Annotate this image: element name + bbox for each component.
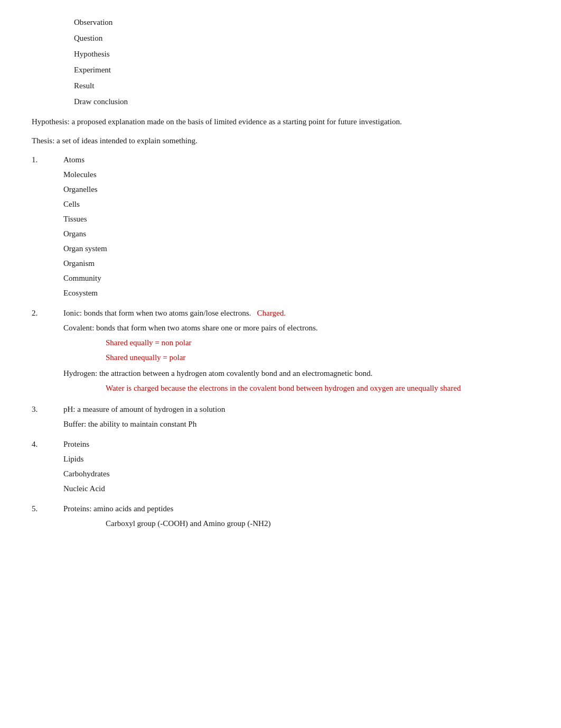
item2-water-charged: Water is charged because the electrons i… (106, 384, 461, 392)
list-item-2: 2. Ionic: bonds that form when two atoms… (32, 307, 529, 398)
list-content-2: Ionic: bonds that form when two atoms ga… (63, 307, 529, 398)
list-content-5: Proteins: amino acids and peptides Carbo… (63, 502, 529, 532)
intro-item-hypothesis: Hypothesis (74, 48, 529, 60)
intro-item-experiment: Experiment (74, 63, 529, 76)
item2-hydrogen: Hydrogen: the attraction between a hydro… (63, 367, 529, 380)
intro-item-result: Result (74, 79, 529, 92)
list-item-3: 3. pH: a measure of amount of hydrogen i… (32, 403, 529, 432)
item4-nucleic-acid: Nucleic Acid (63, 482, 529, 495)
item2-shared-equally: Shared equally = non polar (106, 336, 529, 349)
intro-item-observation: Observation (74, 16, 529, 29)
list-number-3: 3. (32, 403, 63, 432)
item2-shared-unequally: Shared unequally = polar (106, 351, 529, 364)
intro-item-draw-conclusion: Draw conclusion (74, 95, 529, 108)
item5-carboxyl-amino: Carboxyl group (-COOH) and Amino group (… (106, 517, 529, 530)
thesis-definition: Thesis: a set of ideas intended to expla… (32, 134, 529, 147)
item4-carbohydrates: Carbohydrates (63, 467, 529, 480)
item1-cells: Cells (63, 198, 529, 210)
list-content-3: pH: a measure of amount of hydrogen in a… (63, 403, 529, 432)
item1-ecosystem: Ecosystem (63, 287, 529, 299)
item2-ionic-charged: Charged. (257, 309, 286, 317)
list-item-5: 5. Proteins: amino acids and peptides Ca… (32, 502, 529, 532)
list-number-1: 1. (32, 153, 63, 301)
item4-proteins: Proteins (63, 438, 529, 450)
list-item-4: 4. Proteins Lipids Carbohydrates Nucleic… (32, 438, 529, 497)
list-content-4: Proteins Lipids Carbohydrates Nucleic Ac… (63, 438, 529, 497)
item2-covalent: Covalent: bonds that form when two atoms… (63, 321, 529, 334)
item5-proteins-def: Proteins: amino acids and peptides (63, 502, 529, 515)
main-list: 1. Atoms Molecules Organelles Cells Tiss… (32, 153, 529, 532)
item3-ph: pH: a measure of amount of hydrogen in a… (63, 403, 529, 416)
item2-ionic: Ionic: bonds that form when two atoms ga… (63, 307, 529, 319)
intro-item-question: Question (74, 32, 529, 44)
item1-tissues: Tissues (63, 213, 529, 225)
list-number-4: 4. (32, 438, 63, 497)
hypothesis-definition: Hypothesis: a proposed explanation made … (32, 115, 529, 128)
item1-organ-system: Organ system (63, 242, 529, 255)
item4-lipids: Lipids (63, 453, 529, 465)
item1-community: Community (63, 272, 529, 284)
item1-organelles: Organelles (63, 183, 529, 196)
list-number-2: 2. (32, 307, 63, 398)
item1-organs: Organs (63, 227, 529, 240)
list-number-5: 5. (32, 502, 63, 532)
item1-atoms: Atoms (63, 153, 529, 166)
item3-buffer: Buffer: the ability to maintain constant… (63, 418, 529, 430)
item1-organism: Organism (63, 257, 529, 270)
list-content-1: Atoms Molecules Organelles Cells Tissues… (63, 153, 529, 301)
item1-molecules: Molecules (63, 168, 529, 181)
list-item-1: 1. Atoms Molecules Organelles Cells Tiss… (32, 153, 529, 301)
